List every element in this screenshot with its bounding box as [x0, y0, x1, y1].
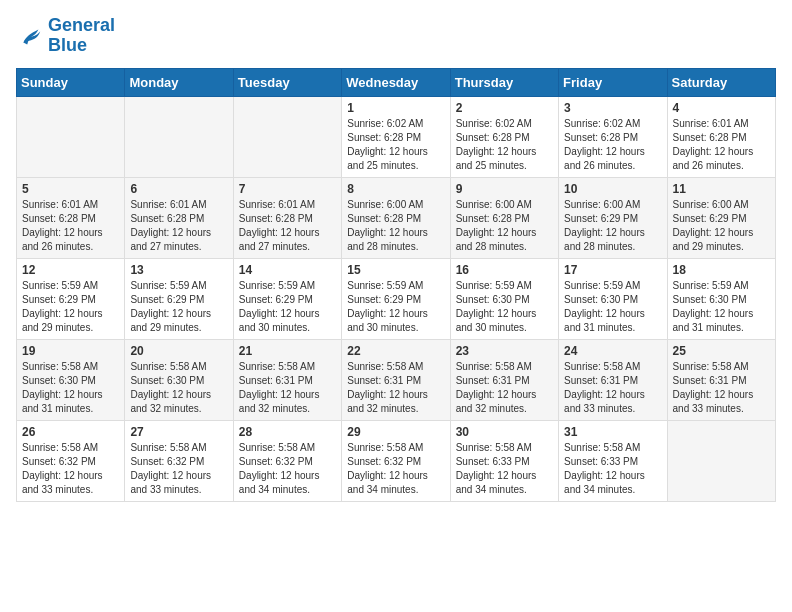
day-info: Sunrise: 6:00 AM Sunset: 6:28 PM Dayligh…: [347, 198, 444, 254]
calendar-cell: [233, 96, 341, 177]
calendar-cell: 18Sunrise: 5:59 AM Sunset: 6:30 PM Dayli…: [667, 258, 775, 339]
day-info: Sunrise: 5:58 AM Sunset: 6:31 PM Dayligh…: [564, 360, 661, 416]
day-info: Sunrise: 6:02 AM Sunset: 6:28 PM Dayligh…: [564, 117, 661, 173]
day-info: Sunrise: 5:58 AM Sunset: 6:31 PM Dayligh…: [347, 360, 444, 416]
day-number: 29: [347, 425, 444, 439]
calendar-cell: 27Sunrise: 5:58 AM Sunset: 6:32 PM Dayli…: [125, 420, 233, 501]
day-info: Sunrise: 6:00 AM Sunset: 6:28 PM Dayligh…: [456, 198, 553, 254]
day-number: 22: [347, 344, 444, 358]
calendar-cell: 14Sunrise: 5:59 AM Sunset: 6:29 PM Dayli…: [233, 258, 341, 339]
day-info: Sunrise: 5:58 AM Sunset: 6:32 PM Dayligh…: [239, 441, 336, 497]
day-info: Sunrise: 5:59 AM Sunset: 6:30 PM Dayligh…: [456, 279, 553, 335]
day-number: 28: [239, 425, 336, 439]
day-info: Sunrise: 5:58 AM Sunset: 6:30 PM Dayligh…: [22, 360, 119, 416]
day-info: Sunrise: 5:59 AM Sunset: 6:30 PM Dayligh…: [564, 279, 661, 335]
calendar-table: SundayMondayTuesdayWednesdayThursdayFrid…: [16, 68, 776, 502]
day-number: 13: [130, 263, 227, 277]
logo-icon: [16, 22, 44, 50]
calendar-cell: 20Sunrise: 5:58 AM Sunset: 6:30 PM Dayli…: [125, 339, 233, 420]
day-info: Sunrise: 5:58 AM Sunset: 6:32 PM Dayligh…: [347, 441, 444, 497]
day-info: Sunrise: 6:02 AM Sunset: 6:28 PM Dayligh…: [347, 117, 444, 173]
weekday-header-tuesday: Tuesday: [233, 68, 341, 96]
weekday-header-thursday: Thursday: [450, 68, 558, 96]
day-number: 23: [456, 344, 553, 358]
calendar-cell: 25Sunrise: 5:58 AM Sunset: 6:31 PM Dayli…: [667, 339, 775, 420]
calendar-cell: 10Sunrise: 6:00 AM Sunset: 6:29 PM Dayli…: [559, 177, 667, 258]
day-number: 31: [564, 425, 661, 439]
calendar-cell: [17, 96, 125, 177]
day-number: 8: [347, 182, 444, 196]
calendar-cell: 17Sunrise: 5:59 AM Sunset: 6:30 PM Dayli…: [559, 258, 667, 339]
day-info: Sunrise: 5:59 AM Sunset: 6:29 PM Dayligh…: [347, 279, 444, 335]
calendar-cell: 1Sunrise: 6:02 AM Sunset: 6:28 PM Daylig…: [342, 96, 450, 177]
day-info: Sunrise: 5:58 AM Sunset: 6:30 PM Dayligh…: [130, 360, 227, 416]
calendar-cell: 22Sunrise: 5:58 AM Sunset: 6:31 PM Dayli…: [342, 339, 450, 420]
day-number: 19: [22, 344, 119, 358]
calendar-cell: [667, 420, 775, 501]
day-number: 15: [347, 263, 444, 277]
calendar-week-1: 1Sunrise: 6:02 AM Sunset: 6:28 PM Daylig…: [17, 96, 776, 177]
day-number: 17: [564, 263, 661, 277]
calendar-cell: 13Sunrise: 5:59 AM Sunset: 6:29 PM Dayli…: [125, 258, 233, 339]
day-number: 7: [239, 182, 336, 196]
day-info: Sunrise: 5:58 AM Sunset: 6:31 PM Dayligh…: [239, 360, 336, 416]
day-number: 2: [456, 101, 553, 115]
day-number: 10: [564, 182, 661, 196]
day-info: Sunrise: 6:01 AM Sunset: 6:28 PM Dayligh…: [22, 198, 119, 254]
calendar-cell: 24Sunrise: 5:58 AM Sunset: 6:31 PM Dayli…: [559, 339, 667, 420]
day-info: Sunrise: 5:58 AM Sunset: 6:32 PM Dayligh…: [130, 441, 227, 497]
day-number: 16: [456, 263, 553, 277]
day-info: Sunrise: 5:59 AM Sunset: 6:29 PM Dayligh…: [239, 279, 336, 335]
day-number: 21: [239, 344, 336, 358]
calendar-cell: 8Sunrise: 6:00 AM Sunset: 6:28 PM Daylig…: [342, 177, 450, 258]
calendar-cell: 2Sunrise: 6:02 AM Sunset: 6:28 PM Daylig…: [450, 96, 558, 177]
calendar-cell: 11Sunrise: 6:00 AM Sunset: 6:29 PM Dayli…: [667, 177, 775, 258]
weekday-header-saturday: Saturday: [667, 68, 775, 96]
day-number: 14: [239, 263, 336, 277]
day-info: Sunrise: 6:01 AM Sunset: 6:28 PM Dayligh…: [239, 198, 336, 254]
weekday-header-friday: Friday: [559, 68, 667, 96]
calendar-cell: 16Sunrise: 5:59 AM Sunset: 6:30 PM Dayli…: [450, 258, 558, 339]
calendar-cell: 28Sunrise: 5:58 AM Sunset: 6:32 PM Dayli…: [233, 420, 341, 501]
calendar-cell: 26Sunrise: 5:58 AM Sunset: 6:32 PM Dayli…: [17, 420, 125, 501]
day-info: Sunrise: 5:59 AM Sunset: 6:29 PM Dayligh…: [22, 279, 119, 335]
logo-text: General Blue: [48, 16, 115, 56]
day-number: 12: [22, 263, 119, 277]
day-number: 4: [673, 101, 770, 115]
calendar-cell: 9Sunrise: 6:00 AM Sunset: 6:28 PM Daylig…: [450, 177, 558, 258]
day-number: 26: [22, 425, 119, 439]
calendar-cell: [125, 96, 233, 177]
day-info: Sunrise: 5:58 AM Sunset: 6:33 PM Dayligh…: [564, 441, 661, 497]
weekday-header-monday: Monday: [125, 68, 233, 96]
calendar-cell: 29Sunrise: 5:58 AM Sunset: 6:32 PM Dayli…: [342, 420, 450, 501]
day-info: Sunrise: 6:01 AM Sunset: 6:28 PM Dayligh…: [130, 198, 227, 254]
day-number: 6: [130, 182, 227, 196]
day-info: Sunrise: 5:59 AM Sunset: 6:30 PM Dayligh…: [673, 279, 770, 335]
day-info: Sunrise: 6:02 AM Sunset: 6:28 PM Dayligh…: [456, 117, 553, 173]
calendar-cell: 6Sunrise: 6:01 AM Sunset: 6:28 PM Daylig…: [125, 177, 233, 258]
calendar-week-3: 12Sunrise: 5:59 AM Sunset: 6:29 PM Dayli…: [17, 258, 776, 339]
day-info: Sunrise: 5:58 AM Sunset: 6:31 PM Dayligh…: [456, 360, 553, 416]
calendar-week-2: 5Sunrise: 6:01 AM Sunset: 6:28 PM Daylig…: [17, 177, 776, 258]
calendar-cell: 23Sunrise: 5:58 AM Sunset: 6:31 PM Dayli…: [450, 339, 558, 420]
day-number: 5: [22, 182, 119, 196]
calendar-cell: 19Sunrise: 5:58 AM Sunset: 6:30 PM Dayli…: [17, 339, 125, 420]
day-info: Sunrise: 6:00 AM Sunset: 6:29 PM Dayligh…: [673, 198, 770, 254]
day-number: 18: [673, 263, 770, 277]
calendar-cell: 31Sunrise: 5:58 AM Sunset: 6:33 PM Dayli…: [559, 420, 667, 501]
calendar-week-5: 26Sunrise: 5:58 AM Sunset: 6:32 PM Dayli…: [17, 420, 776, 501]
day-number: 1: [347, 101, 444, 115]
day-number: 30: [456, 425, 553, 439]
calendar-week-4: 19Sunrise: 5:58 AM Sunset: 6:30 PM Dayli…: [17, 339, 776, 420]
calendar-cell: 12Sunrise: 5:59 AM Sunset: 6:29 PM Dayli…: [17, 258, 125, 339]
calendar-cell: 15Sunrise: 5:59 AM Sunset: 6:29 PM Dayli…: [342, 258, 450, 339]
page-header: General Blue: [16, 16, 776, 56]
day-number: 3: [564, 101, 661, 115]
day-number: 9: [456, 182, 553, 196]
day-number: 20: [130, 344, 227, 358]
calendar-cell: 3Sunrise: 6:02 AM Sunset: 6:28 PM Daylig…: [559, 96, 667, 177]
calendar-cell: 5Sunrise: 6:01 AM Sunset: 6:28 PM Daylig…: [17, 177, 125, 258]
day-info: Sunrise: 5:58 AM Sunset: 6:33 PM Dayligh…: [456, 441, 553, 497]
day-info: Sunrise: 5:58 AM Sunset: 6:32 PM Dayligh…: [22, 441, 119, 497]
weekday-header-sunday: Sunday: [17, 68, 125, 96]
